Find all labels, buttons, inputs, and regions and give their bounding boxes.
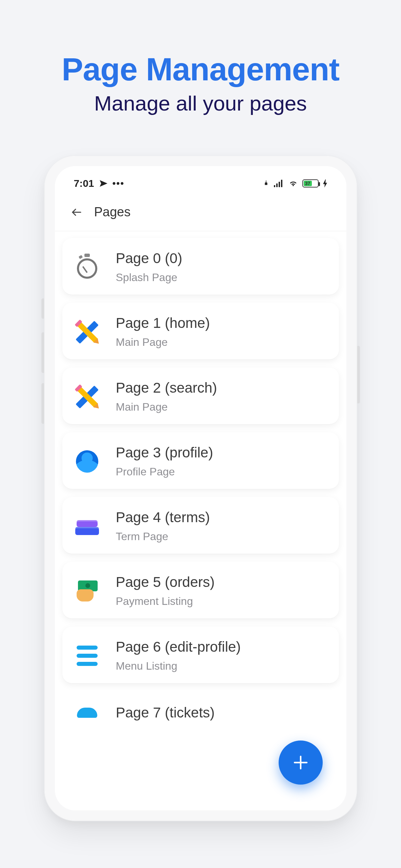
pages-list: Page 0 (0)Splash PagePage 1 (home)Main P… [55,231,346,722]
svg-rect-3 [281,180,282,187]
page-list-item[interactable]: Page 4 (terms)Term Page [62,497,339,554]
list-item-title: Page 0 (0) [116,250,182,267]
phone-frame: 7:01 ••• 37 [45,156,357,821]
books-icon [75,517,99,535]
list-item-subtitle: Main Page [116,336,210,349]
list-item-title: Page 4 (terms) [116,509,210,526]
phone-power-button [357,346,360,403]
list-item-icon [74,448,100,475]
charging-icon [323,179,327,188]
list-item-title: Page 5 (orders) [116,574,215,590]
money-hand-icon [75,580,100,601]
svg-rect-2 [279,182,280,187]
send-icon [99,179,108,188]
page-list-item[interactable]: Page 1 (home)Main Page [62,303,339,359]
page-list-item[interactable]: Page 2 (search)Main Page [62,368,339,424]
list-item-texts: Page 5 (orders)Payment Listing [116,574,215,608]
ticket-icon [77,708,97,718]
list-item-icon [74,513,100,539]
phone-side-button [41,298,45,319]
list-item-texts: Page 2 (search)Main Page [116,380,217,413]
svg-rect-1 [276,183,278,187]
signal-icon [274,180,284,187]
list-item-texts: Page 4 (terms)Term Page [116,509,210,543]
phone-volume-down [41,383,45,424]
stopwatch-icon [76,256,99,279]
list-item-icon [74,254,100,280]
arrow-left-icon [71,206,83,218]
battery-level: 37 [304,181,312,186]
list-item-title: Page 3 (profile) [116,445,213,461]
mute-icon [262,180,270,187]
list-item-icon [74,699,100,722]
app-bar-title: Pages [94,205,131,219]
add-page-fab[interactable] [279,741,323,785]
list-item-texts: Page 7 (tickets) [116,705,215,721]
list-item-title: Page 7 (tickets) [116,705,215,721]
more-icon: ••• [113,178,124,189]
phone-volume-up [41,332,45,373]
list-item-icon [74,578,100,604]
list-item-title: Page 6 (edit-profile) [116,639,241,655]
menu-lines-icon [77,646,98,666]
status-bar: 7:01 ••• 37 [55,166,346,193]
list-item-subtitle: Term Page [116,530,210,543]
list-item-texts: Page 3 (profile)Profile Page [116,445,213,478]
app-bar: Pages [55,193,346,231]
hero-title: Page Management [0,51,401,88]
list-item-title: Page 2 (search) [116,380,217,396]
hero-subtitle: Manage all your pages [0,91,401,115]
phone-screen: 7:01 ••• 37 [55,166,346,810]
status-time: 7:01 [74,178,94,189]
page-list-item[interactable]: Page 5 (orders)Payment Listing [62,562,339,618]
pencil-ruler-icon [75,384,99,409]
svg-rect-0 [274,185,275,187]
list-item-subtitle: Profile Page [116,466,213,478]
list-item-title: Page 1 (home) [116,315,210,331]
list-item-icon [74,319,100,345]
profile-icon [76,450,98,473]
page-list-item[interactable]: Page 3 (profile)Profile Page [62,432,339,489]
list-item-subtitle: Splash Page [116,271,182,284]
list-item-subtitle: Main Page [116,401,217,413]
battery-icon: 37 [302,179,319,188]
list-item-texts: Page 6 (edit-profile)Menu Listing [116,639,241,672]
plus-icon [292,753,310,772]
list-item-texts: Page 0 (0)Splash Page [116,250,182,284]
list-item-subtitle: Menu Listing [116,660,241,672]
list-item-texts: Page 1 (home)Main Page [116,315,210,349]
list-item-icon [74,643,100,669]
pencil-ruler-icon [75,320,99,344]
list-item-subtitle: Payment Listing [116,595,215,608]
page-list-item[interactable]: Page 6 (edit-profile)Menu Listing [62,627,339,683]
page-list-item[interactable]: Page 0 (0)Splash Page [62,238,339,295]
page-list-item[interactable]: Page 7 (tickets) [62,691,339,722]
back-button[interactable] [71,206,83,218]
wifi-icon [288,179,298,188]
list-item-icon [74,383,100,410]
